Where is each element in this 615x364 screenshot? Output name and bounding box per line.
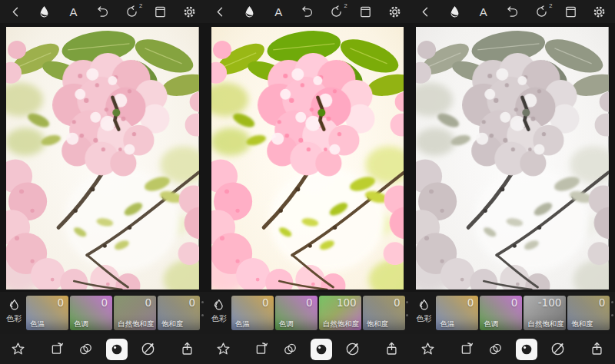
tile-label: 色调 [484, 320, 498, 328]
text-tool-button[interactable]: A [475, 2, 492, 21]
filters-button[interactable] [282, 341, 298, 357]
gear-icon [182, 5, 197, 19]
tint-tile[interactable]: 0 色调 [480, 296, 522, 330]
undo-button[interactable] [299, 2, 316, 21]
tile-label: 饱和度 [161, 320, 184, 328]
photo-canvas[interactable] [410, 23, 615, 292]
temperature-tile[interactable]: 0 色温 [231, 296, 274, 330]
undo-icon [505, 5, 520, 19]
top-toolbar: A 2 [205, 0, 411, 23]
brush-button[interactable] [344, 341, 361, 357]
tile-value: 0 [262, 298, 269, 309]
history-button[interactable]: 2 [328, 2, 345, 21]
saturation-tile[interactable]: 0 饱和度 [363, 296, 405, 330]
star-icon [215, 341, 231, 357]
editor-panel-vibrance-increased: A 2 色彩 0 色温 0 色调 [205, 0, 411, 364]
adjust-knob-icon [519, 342, 534, 357]
drop-icon [242, 5, 257, 19]
history-button[interactable]: 2 [533, 2, 550, 21]
adjust-button[interactable] [516, 339, 537, 360]
text-tool-button[interactable]: A [270, 2, 287, 21]
color-drop-icon [211, 298, 226, 313]
photo-canvas[interactable] [0, 23, 205, 292]
favorite-button[interactable] [215, 341, 231, 357]
tile-value: 0 [57, 298, 64, 309]
adjustment-row: 色彩 0 色温 0 色调 -100 自然饱和度 0 饱和度 [410, 292, 615, 334]
tile-label: 自然饱和度 [118, 320, 155, 328]
brush-button[interactable] [550, 341, 566, 357]
adjust-knob-icon [109, 342, 125, 357]
color-category-button[interactable]: 色彩 [2, 298, 25, 323]
settings-button[interactable] [386, 2, 403, 21]
temperature-tile[interactable]: 0 色温 [26, 296, 68, 330]
tile-value: 0 [394, 298, 401, 309]
photo-canvas[interactable] [205, 23, 411, 292]
filter-drop-button[interactable] [446, 2, 463, 21]
chevron-left-icon [418, 5, 433, 19]
settings-button[interactable] [181, 2, 198, 21]
adjust-button[interactable] [311, 339, 332, 360]
history-icon [125, 5, 139, 19]
vibrance-tile[interactable]: 0 自然饱和度 [114, 296, 156, 330]
frame-button[interactable] [152, 2, 169, 21]
color-category-button[interactable]: 色彩 [208, 298, 231, 323]
saturation-tile[interactable]: 0 饱和度 [567, 296, 610, 330]
vibrance-tile[interactable]: -100 自然饱和度 [524, 296, 566, 330]
tile-label: 色调 [279, 320, 294, 328]
filter-drop-button[interactable] [36, 2, 53, 21]
crop-button[interactable] [49, 341, 65, 357]
back-button[interactable] [212, 2, 229, 21]
tile-label: 自然饱和度 [527, 320, 564, 328]
category-label: 色彩 [211, 315, 227, 323]
vibrance-tile[interactable]: 100 自然饱和度 [319, 296, 361, 330]
brush-button[interactable] [140, 341, 156, 357]
tile-value: 0 [599, 298, 606, 309]
filter-drop-button[interactable] [241, 2, 258, 21]
tool-group [254, 339, 361, 360]
bottom-toolbar [0, 334, 205, 364]
undo-button[interactable] [504, 2, 521, 21]
history-button[interactable]: 2 [123, 2, 140, 21]
crop-rotate-icon [459, 341, 475, 357]
history-icon [329, 5, 344, 19]
frame-button[interactable] [562, 2, 579, 21]
temperature-tile[interactable]: 0 色温 [436, 296, 478, 330]
share-button[interactable] [384, 341, 400, 357]
filters-button[interactable] [487, 341, 504, 357]
history-badge: 2 [139, 2, 142, 9]
favorite-button[interactable] [420, 341, 436, 357]
crop-button[interactable] [459, 341, 475, 357]
filters-button[interactable] [78, 341, 94, 357]
share-button[interactable] [589, 341, 605, 357]
color-category-button[interactable]: 色彩 [412, 298, 435, 323]
saturation-tile[interactable]: 0 饱和度 [158, 296, 200, 330]
crop-button[interactable] [254, 341, 270, 357]
back-button[interactable] [417, 2, 434, 21]
share-icon [179, 341, 195, 357]
frame-button[interactable] [357, 2, 374, 21]
chevron-left-icon [213, 5, 228, 19]
category-label: 色彩 [6, 315, 22, 323]
gear-icon [592, 5, 607, 19]
undo-icon [300, 5, 314, 19]
brush-icon [140, 341, 156, 357]
favorite-button[interactable] [10, 341, 26, 357]
history-badge: 2 [344, 2, 347, 9]
color-drop-icon [417, 298, 431, 313]
tint-tile[interactable]: 0 色调 [275, 296, 317, 330]
undo-button[interactable] [94, 2, 111, 21]
adjust-button[interactable] [106, 339, 128, 360]
settings-button[interactable] [591, 2, 608, 21]
share-button[interactable] [179, 341, 195, 357]
back-button[interactable] [7, 2, 24, 21]
top-toolbar: A 2 [410, 0, 615, 23]
tile-label: 色调 [74, 320, 88, 328]
crop-rotate-icon [49, 341, 65, 357]
chevron-left-icon [8, 5, 23, 19]
tint-tile[interactable]: 0 色调 [70, 296, 112, 330]
swatch-row-divider [201, 301, 204, 316]
frame-icon [153, 5, 168, 19]
text-tool-button[interactable]: A [65, 2, 82, 21]
tile-label: 色温 [440, 320, 454, 328]
tile-value: 0 [101, 298, 108, 309]
